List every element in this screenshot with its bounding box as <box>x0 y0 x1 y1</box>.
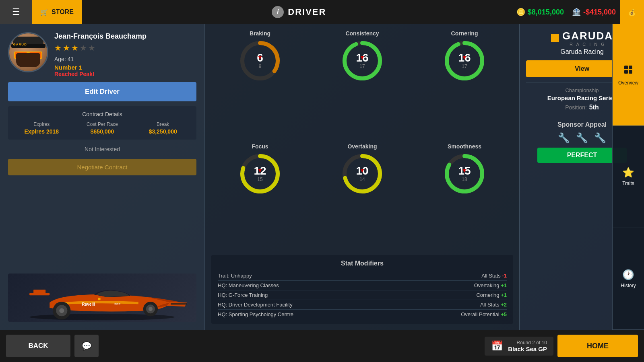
driver-age: Age: 41 <box>54 56 196 62</box>
traits-icon: ⭐ <box>622 167 634 178</box>
stat-overtaking: Overtaking ▼ 10 14 <box>314 143 411 251</box>
currency-button[interactable]: 💰 <box>620 0 644 24</box>
store-label: STORE <box>52 8 74 16</box>
contract-row: Expires Expires 2018 Cost Per Race $650,… <box>13 121 192 135</box>
position-label: Position: <box>565 104 587 111</box>
balance-value: $8,015,000 <box>528 8 564 16</box>
mod-stat-1: All Stats -1 <box>481 273 507 279</box>
svg-text:Ravelli: Ravelli <box>82 302 95 306</box>
star-5: ★ <box>88 43 95 53</box>
tab-history-label: History <box>621 283 636 288</box>
svg-rect-12 <box>98 298 101 300</box>
avatar: GARUD <box>8 32 48 72</box>
svg-rect-28 <box>629 70 632 74</box>
consistency-values: ▼ 16 17 <box>356 52 368 69</box>
stats-grid: Braking ▼ 6 9 Consistency <box>211 30 513 251</box>
mod-val-1: -1 <box>502 273 507 279</box>
round-label: Round 2 of 10 <box>508 340 547 346</box>
tab-overview-label: Overview <box>618 80 638 86</box>
garuda-sub-text: R A C I N G <box>562 42 613 47</box>
tab-overview[interactable]: Overview <box>613 24 644 126</box>
tab-history[interactable]: 🕐 History <box>613 228 644 330</box>
page-title-section: i DRIVER <box>82 6 516 18</box>
overtaking-circle: ▼ 10 14 <box>340 152 384 196</box>
stat-braking: Braking ▼ 6 9 <box>211 30 309 138</box>
home-button[interactable]: HOME <box>557 335 638 357</box>
cornering-indicator: ▼ <box>462 54 467 61</box>
money-section: 🪙 $8,015,000 🏦 -$415,000 <box>516 8 620 16</box>
svg-text:SEP: SEP <box>114 302 121 306</box>
deficit-value: -$415,000 <box>583 8 616 16</box>
mod-name-5: HQ: Sporting Psychology Centre <box>218 311 293 317</box>
back-button[interactable]: BACK <box>6 335 70 357</box>
car-image: Ravelli SEP <box>8 274 196 322</box>
sponsor-icon-1: 🔧 <box>558 132 570 144</box>
avatar-beard <box>16 53 40 67</box>
braking-sub: 9 <box>257 64 263 69</box>
braking-circle: ▼ 6 9 <box>238 39 282 83</box>
menu-button[interactable]: ☰ <box>0 0 32 24</box>
expires-value: Expires 2018 <box>13 128 70 135</box>
position-value: 5th <box>589 104 599 111</box>
mod-val-2: +1 <box>501 282 507 288</box>
svg-rect-27 <box>624 70 628 74</box>
braking-label: Braking <box>250 30 270 37</box>
overtaking-indicator: ▼ <box>359 167 365 174</box>
stat-cornering: Cornering ▼ 16 17 <box>416 30 513 138</box>
focus-sub: 15 <box>254 177 266 182</box>
braking-values: ▼ 6 9 <box>257 52 263 69</box>
mod-stat-4: All Stats +2 <box>480 302 507 308</box>
chat-icon: 💬 <box>82 341 92 350</box>
cost-label: Cost Per Race <box>74 121 131 127</box>
avatar-hat: GARUD <box>13 37 43 48</box>
break-value: $3,250,000 <box>134 128 192 135</box>
driver-info: Jean-François Beauchamp ★ ★ ★ ★ ★ Age: 4… <box>54 32 196 77</box>
contract-cost: Cost Per Race $650,000 <box>74 121 131 135</box>
mod-stat-3: Cornering +1 <box>476 292 507 298</box>
store-button[interactable]: 🛒 STORE <box>32 0 82 24</box>
left-panel: GARUD Jean-François Beauchamp ★ ★ ★ ★ ★ … <box>0 24 205 330</box>
driver-header: GARUD Jean-François Beauchamp ★ ★ ★ ★ ★ … <box>8 32 196 77</box>
top-bar: ☰ 🛒 STORE i DRIVER 🪙 $8,015,000 🏦 -$415,… <box>0 0 644 24</box>
consistency-label: Consistency <box>345 30 379 37</box>
modifier-gforce: HQ: G-Force Training Cornering +1 <box>218 290 507 300</box>
sponsor-icon-3: 🔧 <box>594 132 606 144</box>
contract-break: Break $3,250,000 <box>134 121 192 135</box>
mod-stat-2: Overtaking +1 <box>474 282 507 288</box>
avatar-face: GARUD <box>9 33 47 71</box>
focus-circle: ▼ 12 15 <box>238 152 282 196</box>
tab-traits[interactable]: ⭐ Traits <box>613 126 644 228</box>
history-icon: 🕐 <box>622 269 634 280</box>
garuda-square-icon <box>551 34 559 42</box>
info-icon: i <box>272 6 284 18</box>
mod-name-2: HQ: Maneuvering Classes <box>218 282 279 288</box>
driver-name: Jean-François Beauchamp <box>54 32 196 41</box>
money-balance: 🪙 $8,015,000 <box>516 8 564 16</box>
contract-title: Contract Details <box>13 111 192 117</box>
garuda-brand-text: GARUDA <box>562 30 613 42</box>
cornering-sub: 17 <box>458 64 471 69</box>
mod-name-4: HQ: Driver Development Facility <box>218 302 293 308</box>
negotiate-button[interactable]: Negotiate Contract <box>8 159 196 175</box>
chat-button[interactable]: 💬 <box>74 335 99 357</box>
focus-indicator: ▼ <box>257 167 263 174</box>
bank-icon: 🏦 <box>572 8 581 16</box>
star-2: ★ <box>63 43 70 53</box>
contract-expires: Expires Expires 2018 <box>13 121 70 135</box>
hat-text: GARUD <box>13 43 27 46</box>
edit-driver-button[interactable]: Edit Driver <box>8 82 196 101</box>
menu-icon: ☰ <box>12 7 20 17</box>
star-1: ★ <box>54 43 62 53</box>
gp-name: Black Sea GP <box>508 346 547 352</box>
not-interested-label: Not Interested <box>8 144 196 154</box>
star-3: ★ <box>71 43 78 53</box>
overtaking-values: ▼ 10 14 <box>356 165 368 182</box>
overtaking-label: Overtaking <box>347 143 377 150</box>
star-rating: ★ ★ ★ ★ ★ <box>54 43 196 53</box>
driver-peak: Reached Peak! <box>54 71 196 77</box>
smoothness-indicator: ▼ <box>462 167 467 174</box>
stat-smoothness: Smoothness ▼ 15 18 <box>416 143 513 251</box>
store-cart-icon: 🛒 <box>40 8 48 16</box>
svg-rect-2 <box>34 290 46 294</box>
smoothness-circle: ▼ 15 18 <box>442 152 487 196</box>
